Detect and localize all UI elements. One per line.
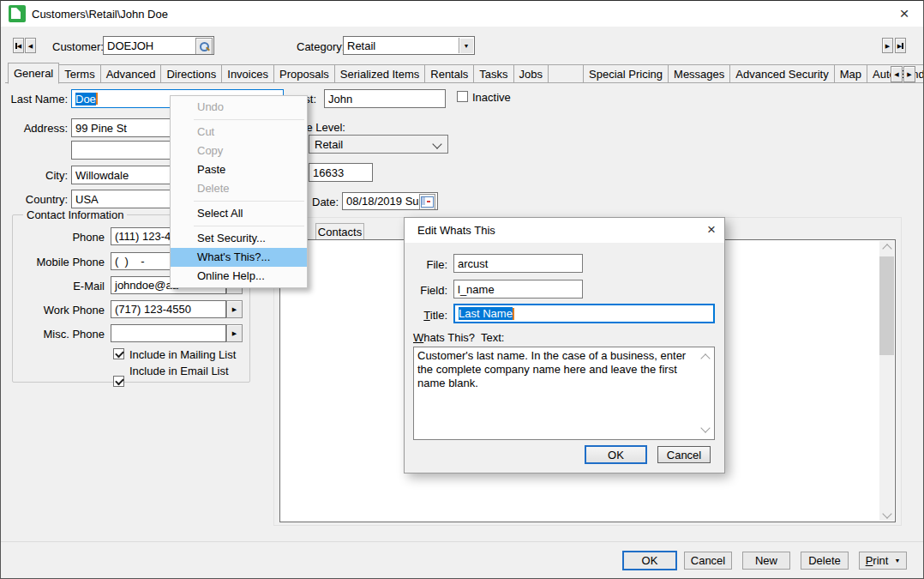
arrow-right-icon: ▶ [232,330,237,337]
mobile-phone-label: Mobile Phone [13,256,105,268]
menu-item-whats-this[interactable]: What's This?... [171,248,307,267]
address-value: 99 Pine St [75,122,127,135]
menu-item-copy[interactable]: Copy [171,142,307,160]
tab-messages[interactable]: Messages [669,64,730,83]
date-label: Date: [312,196,339,208]
scroll-up-button[interactable] [879,241,894,256]
dialog-title: Edit Whats This [417,224,495,237]
menu-item-cut[interactable]: Cut [171,123,307,142]
file-value: arcust [458,257,488,270]
menu-item-select-all[interactable]: Select All [171,204,307,223]
scroll-down-button[interactable] [879,506,894,521]
tab-spacer [549,64,584,83]
ok-button[interactable]: OK [622,551,677,570]
work-phone-input[interactable]: (717) 123-4550 [111,300,226,318]
first-name-input[interactable]: John [324,89,446,108]
category-label: Category: [297,40,345,53]
nav-prev-button[interactable]: ◀ [25,38,36,53]
context-menu: Undo Cut Copy Paste Delete Select All Se… [170,95,308,288]
misc-phone-expand-button[interactable]: ▶ [226,324,243,342]
tab-tasks[interactable]: Tasks [474,64,513,83]
title-field-label: Title: [413,309,447,322]
file-input[interactable]: arcust [453,254,583,273]
inactive-label: Inactive [472,91,511,104]
last-name-value: Doe [75,93,96,106]
menu-item-online-help[interactable]: Online Help... [171,267,307,286]
window-title: Customers\Retail\John Doe [32,8,168,21]
inactive-checkbox[interactable] [457,91,468,102]
nav-next-button[interactable]: ▶ [882,38,893,53]
print-button[interactable]: Print ▼ [859,552,907,570]
vertical-scrollbar[interactable] [879,241,894,521]
dialog-cancel-button[interactable]: Cancel [657,446,711,463]
customer-lookup-button[interactable] [195,38,213,55]
chevron-down-icon [432,139,441,148]
menu-item-paste[interactable]: Paste [171,160,307,179]
close-icon[interactable]: × [894,5,915,22]
calendar-icon [421,196,434,208]
nav-last-button[interactable]: ▶ [895,38,906,53]
email-list-checkbox[interactable] [113,376,124,387]
misc-phone-input[interactable] [111,324,226,342]
tab-advanced[interactable]: Advanced [101,64,162,83]
tab-serialized-items[interactable]: Serialized Items [335,64,425,83]
menu-item-undo[interactable]: Undo [171,98,307,117]
address-label: Address: [6,122,68,135]
new-button[interactable]: New [742,552,790,570]
category-value: Retail [347,39,375,52]
scrollbar-thumb[interactable] [879,256,894,355]
file-label: File: [413,258,447,271]
city-value: Willowdale [75,169,129,182]
prev-icon: ◀ [17,43,21,49]
price-level-combobox[interactable]: Retail [309,135,448,154]
category-dropdown-button[interactable]: ▼ [459,38,473,53]
dialog-close-icon[interactable]: × [701,221,722,238]
customer-input[interactable]: DOEJOH [103,36,214,55]
tab-advanced-security[interactable]: Advanced Security [730,64,834,83]
chevron-down-icon [882,509,891,518]
tab-map[interactable]: Map [835,64,867,83]
menu-item-delete[interactable]: Delete [171,179,307,198]
title-field-input[interactable]: Last Name [453,304,715,323]
tab-scroll-left-button[interactable]: ◀ [891,66,903,82]
nav-first-button[interactable]: ◀ [13,38,24,53]
country-label: Country: [6,193,68,206]
tab-invoices[interactable]: Invoices [222,64,274,83]
work-phone-expand-button[interactable]: ▶ [226,300,243,318]
date-picker-button[interactable] [419,194,435,210]
dialog-ok-button[interactable]: OK [585,445,647,464]
chevron-down-icon: ▼ [464,43,470,49]
menu-item-set-security[interactable]: Set Security... [171,229,307,248]
document-icon [11,8,21,19]
field-input[interactable]: l_name [453,280,583,299]
tab-scroll-right-button[interactable]: ▶ [903,66,915,82]
price-level-value: Retail [315,138,343,151]
mailing-list-checkbox[interactable] [113,348,124,359]
email-list-label: Include in Email List [129,365,229,377]
search-icon [199,41,209,51]
tab-special-pricing[interactable]: Special Pricing [584,64,669,83]
prev-icon: ◀ [894,71,898,78]
tab-proposals[interactable]: Proposals [274,64,335,83]
zip-input[interactable]: 16633 [309,163,373,182]
email-label: E-Mail [13,280,105,293]
city-label: City: [6,169,68,182]
tab-jobs[interactable]: Jobs [514,64,549,83]
delete-button[interactable]: Delete [801,552,849,570]
text-caret [96,93,98,105]
subtab-contacts[interactable]: Contacts [315,223,364,240]
next-icon: ▶ [885,43,890,49]
tab-rentals[interactable]: Rentals [425,64,474,83]
tab-general[interactable]: General [8,63,59,84]
cancel-button[interactable]: Cancel [684,552,732,570]
tab-strip: General Terms Advanced Directions Invoic… [8,64,924,83]
tab-directions[interactable]: Directions [161,64,222,83]
contact-information-legend: Contact Information [23,208,127,221]
menu-separator [194,226,304,226]
edit-whats-this-dialog: Edit Whats This × File: arcust Field: l_… [404,217,725,473]
category-combobox[interactable]: Retail ▼ [343,36,475,55]
tab-terms[interactable]: Terms [59,64,100,83]
whats-this-textarea[interactable]: Customer's last name. In the case of a b… [413,347,715,440]
text-caret [513,308,514,320]
date-input[interactable]: 08/18/2019 Sun [342,192,438,210]
